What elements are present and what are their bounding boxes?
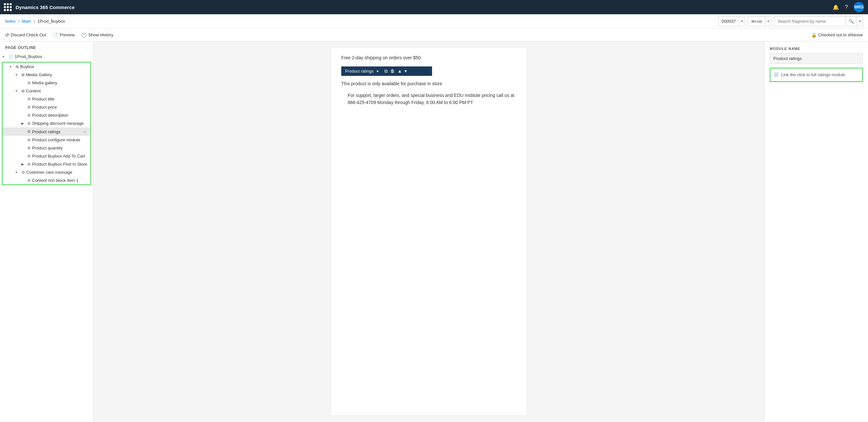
product-ratings-label: Product ratings (32, 129, 80, 134)
file-icon: 📄 (8, 55, 13, 59)
shipping-discount-arrow: ▶ (22, 122, 26, 125)
gear-icon-content-rich: ⚙ (27, 178, 31, 183)
app-title: Dynamics 365 Commerce (16, 4, 829, 10)
search-input[interactable] (774, 19, 846, 24)
top-nav-icons: 🔔 ? MRG (833, 2, 864, 12)
left-sidebar: Page Outline ▾ 📄 1Prod_Buybox ▾ ⊞ Buybox… (0, 41, 93, 421)
sidebar-item-product-configure[interactable]: ⚙ Product configure module (3, 136, 91, 144)
help-icon[interactable]: ? (845, 4, 848, 10)
breadcrumb-current: 1Prod_Buybox (37, 19, 65, 24)
media-gallery-group-label: Media Gallery (26, 72, 88, 77)
gear-icon-product-title: ⚙ (27, 97, 31, 101)
buybox-find-label: Product Buybox Find In Store (32, 162, 88, 167)
preview-icon: 📄 (53, 32, 58, 38)
grid-icon-mg: ⊞ (22, 73, 25, 77)
pr-bar-dropdown-arrow[interactable]: ▾ (377, 69, 378, 73)
sidebar-item-product-quantity[interactable]: ⚙ Product quantity (3, 144, 91, 152)
product-description-label: Product description (32, 113, 88, 118)
id-dropdown[interactable]: 000037 ▾ (718, 17, 745, 26)
product-ratings-bar[interactable]: Product ratings ▾ ⧉ 🗑 ▲ ▾ (341, 66, 432, 76)
breadcrumb-sep-2: > (33, 19, 36, 24)
preview-button[interactable]: 📄 Preview (53, 32, 74, 38)
pr-bar-label: Product ratings (345, 69, 373, 73)
user-avatar[interactable]: MRG (854, 2, 864, 12)
right-panel: MODULE NAME Product ratings ☑ Link the c… (764, 41, 868, 421)
breadcrumb-bar: fedev > Main > 1Prod_Buybox 000037 ▾ en-… (0, 14, 868, 29)
product-price-label: Product price (32, 105, 88, 109)
canvas-content: Free 2-day shipping on orders over $50 P… (332, 48, 526, 415)
shipping-discount-label: Shipping discount message (32, 121, 88, 126)
locale-dropdown-arrow: ▾ (765, 17, 771, 26)
history-label: Show History (88, 32, 113, 37)
gear-icon-product-quantity: ⚙ (27, 146, 31, 151)
customer-care-label: Customer care message (26, 170, 88, 175)
sidebar-item-content-rich-block[interactable]: ⚙ Content rich block item 1 (3, 176, 91, 185)
sidebar-item-customer-care[interactable]: ▾ ⚙ Customer care message (3, 168, 91, 176)
main-layout: Page Outline ▾ 📄 1Prod_Buybox ▾ ⊞ Buybox… (0, 41, 868, 421)
checked-out-badge: 🔒 Checked out to drbesse (811, 32, 863, 38)
support-message: For support, larger orders, and special … (341, 92, 517, 106)
buybox-add-label: Product Buybox Add To Cart (32, 154, 88, 159)
sidebar-item-buybox-add-to-cart[interactable]: ⚙ Product Buybox Add To Cart (3, 152, 91, 160)
gear-icon-product-configure: ⚙ (27, 138, 31, 142)
sidebar-item-media-gallery[interactable]: ⚙ Media gallery (3, 79, 91, 87)
preview-label: Preview (60, 32, 74, 37)
show-history-button[interactable]: 🕐 Show History (81, 32, 113, 38)
buybox-find-arrow: ▶ (22, 162, 26, 166)
product-ratings-dots-menu[interactable]: ··· (82, 129, 88, 134)
locale-dropdown[interactable]: en-us ▾ (748, 17, 771, 26)
sidebar-item-product-ratings[interactable]: ⚙ Product ratings ··· (3, 127, 91, 136)
root-label: 1Prod_Buybox (14, 54, 91, 59)
locale-value: en-us (748, 19, 765, 24)
gear-icon-product-price: ⚙ (27, 105, 31, 109)
pr-up-icon[interactable]: ▲ (397, 68, 402, 74)
buybox-label: Buybox (20, 64, 88, 69)
lock-icon: 🔒 (811, 32, 817, 38)
app-launcher[interactable] (4, 3, 12, 11)
tree-root[interactable]: ▾ 📄 1Prod_Buybox (0, 53, 93, 61)
pr-bar-icons: ⧉ 🗑 ▲ ▾ (384, 68, 407, 74)
content-group-label: Content (26, 89, 88, 93)
id-dropdown-arrow: ▾ (739, 17, 745, 26)
breadcrumb-main[interactable]: Main (22, 19, 31, 24)
search-button[interactable]: 🔍 (846, 17, 857, 26)
product-title-label: Product title (32, 97, 88, 101)
sidebar-item-shipping-discount[interactable]: ▶ ⚙ Shipping discount message (3, 119, 91, 127)
sidebar-item-buybox[interactable]: ▾ ⊞ Buybox (3, 63, 91, 71)
gear-icon-product-ratings: ⚙ (27, 129, 31, 134)
notification-icon[interactable]: 🔔 (833, 4, 839, 10)
checked-out-label: Checked out to drbesse (818, 32, 863, 37)
pr-copy-icon[interactable]: ⧉ (384, 68, 388, 74)
sidebar-item-content-group[interactable]: ▾ ⊞ Content (3, 87, 91, 95)
product-configure-label: Product configure module (32, 137, 88, 142)
page-outline-title: Page Outline (0, 41, 93, 53)
history-icon: 🕐 (81, 32, 87, 38)
pr-delete-icon[interactable]: 🗑 (390, 68, 395, 74)
search-dropdown-button[interactable]: ▾ (857, 17, 863, 26)
checkbox-label: Link the click to full ratings module (781, 72, 845, 78)
shipping-message: Free 2-day shipping on orders over $50 (341, 55, 517, 61)
content-rich-label: Content rich block item 1 (32, 178, 88, 183)
grid-icon-buybox: ⊞ (16, 65, 19, 69)
sidebar-item-product-description[interactable]: ⚙ Product description (3, 111, 91, 119)
checkbox-checked-icon[interactable]: ☑ (774, 72, 778, 77)
media-gallery-group-arrow: ▾ (16, 73, 20, 76)
gear-icon-buybox-find: ⚙ (27, 162, 31, 167)
sidebar-item-product-price[interactable]: ⚙ Product price (3, 103, 91, 111)
module-name-label: MODULE NAME (770, 47, 863, 51)
gear-icon-product-description: ⚙ (27, 113, 31, 118)
gear-icon-customer-care: ⚙ (22, 170, 25, 175)
breadcrumb-fedev[interactable]: fedev (5, 19, 16, 24)
discard-checkout-button[interactable]: ↺ Discard Check Out (5, 32, 46, 38)
sidebar-item-media-gallery-group[interactable]: ▾ ⊞ Media Gallery (3, 71, 91, 79)
store-message: This product is only available for purch… (341, 80, 517, 87)
gear-icon-media-gallery: ⚙ (27, 81, 31, 85)
sidebar-item-buybox-find-in-store[interactable]: ▶ ⚙ Product Buybox Find In Store (3, 160, 91, 168)
product-quantity-label: Product quantity (32, 145, 88, 151)
id-value: 000037 (718, 19, 739, 24)
pr-down-icon[interactable]: ▾ (404, 68, 407, 74)
top-nav: Dynamics 365 Commerce 🔔 ? MRG (0, 0, 868, 14)
grid-icon-content: ⊞ (22, 89, 25, 93)
sidebar-item-product-title[interactable]: ⚙ Product title (3, 95, 91, 103)
root-expand-arrow: ▾ (3, 55, 7, 58)
